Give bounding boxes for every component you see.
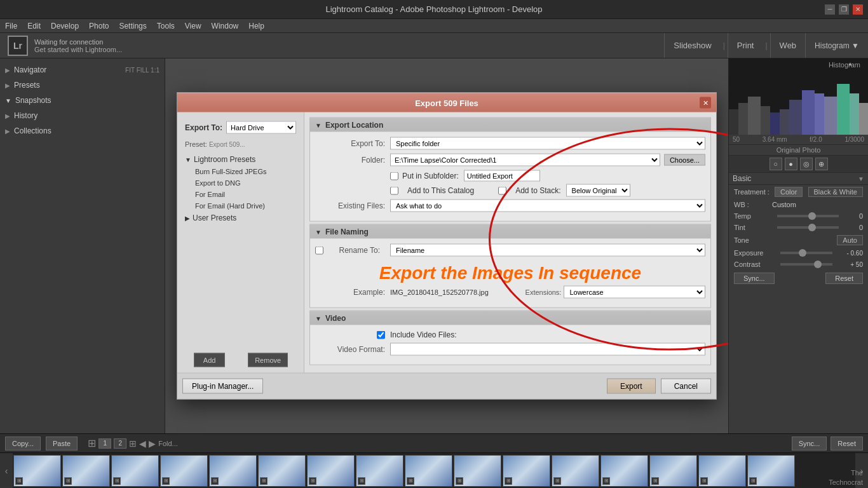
film-thumb-8[interactable]: ⊞ <box>356 455 403 487</box>
menu-window[interactable]: Window <box>212 22 239 30</box>
film-thumb-11[interactable]: ⊞ <box>503 455 550 487</box>
export-location-header[interactable]: ▼ Export Location <box>310 118 710 132</box>
filmstrip-left-nav[interactable]: ‹ <box>0 453 13 489</box>
nav-web[interactable]: Web <box>770 33 806 58</box>
film-thumb-4[interactable]: ⊞ <box>160 455 208 487</box>
basic-panel-header[interactable]: Basic ▼ <box>729 173 868 185</box>
menu-tools[interactable]: Tools <box>157 22 175 30</box>
navigator-fit[interactable]: FIT <box>125 67 135 74</box>
exposure-slider[interactable] <box>780 252 832 254</box>
extensions-select[interactable]: Lowercase <box>564 286 705 299</box>
choose-folder-button[interactable]: Choose... <box>664 154 705 166</box>
film-thumb-5[interactable]: ⊞ <box>209 455 257 487</box>
preset-export-dng[interactable]: Export to DNG <box>177 177 304 189</box>
export-button[interactable]: Export <box>607 379 656 394</box>
tool-3[interactable]: ◎ <box>800 158 813 170</box>
film-thumb-7[interactable]: ⊞ <box>307 455 355 487</box>
preset-add-button[interactable]: Add <box>194 353 226 367</box>
folder-path-select[interactable]: E:\Time Lapse\Color Corrected\1 <box>390 154 660 166</box>
video-header[interactable]: ▼ Video <box>310 311 710 325</box>
sync-button[interactable]: Sync... <box>734 273 775 284</box>
film-thumb-1[interactable]: ⊞ <box>13 455 61 487</box>
preset-for-email[interactable]: For Email <box>177 189 304 200</box>
navigator-ratio[interactable]: 1:1 <box>151 67 159 74</box>
cancel-button[interactable]: Cancel <box>661 379 711 394</box>
film-thumb-6[interactable]: ⊞ <box>258 455 306 487</box>
reset-btn-toolbar[interactable]: Reset <box>831 437 863 451</box>
rename-to-checkbox[interactable] <box>315 246 323 254</box>
plugin-manager-button[interactable]: Plug-in Manager... <box>182 379 263 394</box>
sync-btn-toolbar[interactable]: Sync... <box>792 437 827 451</box>
film-thumb-15[interactable]: ⊞ <box>698 455 746 487</box>
existing-files-select[interactable]: Ask what to do <box>390 200 705 212</box>
copy-button[interactable]: Copy... <box>5 437 41 451</box>
histogram-nav-item[interactable]: Histogram ▼ <box>805 33 868 58</box>
color-btn[interactable]: Color <box>775 187 803 197</box>
tint-slider[interactable] <box>777 226 839 229</box>
prev-icon[interactable]: ◀ <box>139 438 146 449</box>
menu-help[interactable]: Help <box>248 22 264 30</box>
film-thumb-12[interactable]: ⊞ <box>552 455 599 487</box>
add-to-stack-select[interactable]: Below Original <box>566 184 630 197</box>
restore-button[interactable]: ❐ <box>839 4 849 15</box>
file-naming-header[interactable]: ▼ File Naming <box>310 225 710 239</box>
put-in-subfolder-checkbox[interactable] <box>390 172 398 180</box>
snapshots-header[interactable]: ▼ Snapshots <box>0 93 165 108</box>
reset-button[interactable]: Reset <box>825 273 863 284</box>
subfolder-name-input[interactable] <box>464 170 540 182</box>
menu-view[interactable]: View <box>185 22 201 30</box>
video-format-select[interactable] <box>390 343 705 356</box>
nav-slideshow[interactable]: Slideshow <box>664 33 720 58</box>
film-thumb-16[interactable]: ⊞ <box>747 455 795 487</box>
add-to-stack-checkbox[interactable] <box>498 186 506 194</box>
film-thumb-9[interactable]: ⊞ <box>405 455 452 487</box>
temp-value: 0 <box>844 212 863 220</box>
preset-for-email-hd[interactable]: For Email (Hard Drive) <box>177 200 304 212</box>
menu-develop[interactable]: Develop <box>51 22 79 30</box>
histogram-toggle[interactable]: ▲ <box>848 61 853 67</box>
menu-file[interactable]: File <box>5 22 17 30</box>
collections-header[interactable]: ▶ Collections <box>0 123 165 139</box>
grid-icon[interactable]: ⊞ <box>129 438 137 449</box>
include-video-checkbox[interactable] <box>377 330 385 339</box>
tool-4[interactable]: ⊕ <box>815 158 828 170</box>
menu-edit[interactable]: Edit <box>27 22 41 30</box>
dialog-close-button[interactable]: ✕ <box>700 97 711 109</box>
contrast-slider[interactable] <box>780 263 832 266</box>
film-thumb-3[interactable]: ⊞ <box>111 455 159 487</box>
preset-remove-button[interactable]: Remove <box>248 353 288 367</box>
export-to-specific-select[interactable]: Specific folder <box>390 137 705 150</box>
expand-icon[interactable]: ⊞ <box>88 437 96 449</box>
bw-btn[interactable]: Black & White <box>808 187 863 197</box>
preset-burn-jpegs[interactable]: Burn Full-Sized JPEGs <box>177 166 304 177</box>
user-presets-group[interactable]: ▶ User Presets <box>177 212 304 224</box>
menu-photo[interactable]: Photo <box>89 22 109 30</box>
film-thumb-14[interactable]: ⊞ <box>649 455 697 487</box>
navigator-header[interactable]: ▶ Navigator FIT FILL 1:1 <box>0 62 165 78</box>
tool-2[interactable]: ● <box>785 158 797 170</box>
minimize-button[interactable]: ─ <box>825 4 835 15</box>
navigator-fill[interactable]: FILL <box>137 67 149 74</box>
temp-slider[interactable] <box>777 215 839 217</box>
menu-settings[interactable]: Settings <box>119 22 146 30</box>
history-header[interactable]: ▶ History <box>0 108 165 123</box>
tool-1[interactable]: ○ <box>770 158 782 170</box>
film-thumb-13[interactable]: ⊞ <box>600 455 648 487</box>
nav-print[interactable]: Print <box>728 33 763 58</box>
preset-tree: ▼ Lightroom Presets Burn Full-Sized JPEG… <box>177 151 304 227</box>
paste-button[interactable]: Paste <box>46 437 78 451</box>
filmstrip-right-nav[interactable]: › <box>855 453 868 489</box>
film-thumb-10[interactable]: ⊞ <box>454 455 501 487</box>
export-to-select[interactable]: Hard Drive <box>226 121 296 134</box>
auto-btn[interactable]: Auto <box>837 235 863 245</box>
page-num-1[interactable]: 1 <box>98 438 111 449</box>
page-num-2[interactable]: 2 <box>114 438 126 449</box>
close-button[interactable]: ✕ <box>853 4 863 15</box>
next-icon[interactable]: ▶ <box>149 438 156 449</box>
sync-reset-row: Sync... Reset <box>729 270 868 287</box>
add-to-catalog-checkbox[interactable] <box>390 186 398 194</box>
film-thumb-2[interactable]: ⊞ <box>62 455 110 487</box>
presets-header[interactable]: ▶ Presets <box>0 78 165 93</box>
lightroom-presets-group[interactable]: ▼ Lightroom Presets <box>177 153 304 166</box>
rename-to-select[interactable]: Filename <box>390 244 705 257</box>
